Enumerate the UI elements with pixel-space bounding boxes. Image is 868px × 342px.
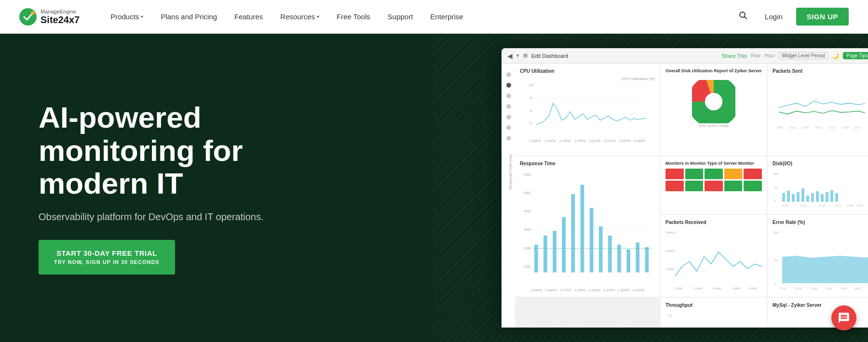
nav-plans[interactable]: Plans and Pricing (154, 9, 224, 25)
share-this-label[interactable]: Share This (721, 53, 747, 59)
nav-dot-7[interactable] (506, 136, 511, 141)
brand-manage-engine: ManageEngine (41, 9, 80, 14)
svg-text:1000: 1000 (524, 265, 531, 268)
svg-text:2000: 2000 (524, 247, 531, 250)
edit-dashboard-label[interactable]: Edit Dashboard (531, 53, 568, 59)
disk-pie-chart (692, 80, 735, 123)
monitor-cell (744, 169, 762, 179)
svg-rect-56 (806, 196, 809, 202)
edit-icon: ⊞ (523, 53, 528, 59)
nav-dot-4[interactable] (506, 104, 511, 109)
svg-rect-58 (816, 191, 819, 202)
svg-rect-40 (581, 185, 584, 273)
svg-text:10:25: 10:25 (811, 287, 817, 290)
chevron-down-icon: ▾ (317, 14, 319, 19)
svg-rect-47 (645, 247, 649, 273)
svg-rect-54 (797, 192, 800, 202)
nav-resources[interactable]: Resources ▾ (273, 9, 326, 25)
nav-dot-1[interactable] (506, 72, 511, 77)
svg-text:10: 10 (668, 314, 671, 317)
svg-rect-62 (835, 193, 838, 202)
cta-button[interactable]: START 30-DAY FREE TRIAL TRY NOW, SIGN UP… (39, 240, 175, 275)
svg-rect-59 (821, 194, 824, 202)
svg-text:17:25: 17:25 (780, 287, 786, 290)
monitor-cell (705, 181, 723, 191)
monitor-cell (724, 181, 743, 191)
svg-rect-53 (792, 194, 795, 202)
disk-io-title: Disk(I/O) (773, 161, 868, 166)
hour-label: Hour (764, 53, 775, 58)
moon-icon: 🌙 (832, 53, 839, 59)
svg-text:17:27: 17:27 (835, 204, 841, 207)
monitor-cells (665, 169, 762, 191)
svg-text:2:46PM: 2:46PM (732, 287, 740, 290)
svg-rect-51 (782, 193, 785, 202)
error-rate-widget: Error Rate (%) 100 50 0 17:25 18:35 10:2… (768, 215, 868, 297)
chat-icon (838, 312, 850, 324)
nav-support[interactable]: Support (381, 9, 420, 25)
cpu-widget: CPU Utilization CPU Utilization (%) 100 … (515, 64, 660, 155)
svg-text:4000: 4000 (524, 210, 531, 213)
cpu-chart: 100 80 60 40 (520, 82, 655, 137)
svg-rect-52 (787, 191, 790, 202)
svg-text:17:11: 17:11 (800, 204, 807, 207)
cpu-title: CPU Utilization (520, 68, 655, 74)
svg-text:17:12: 17:12 (815, 126, 822, 129)
nav-enterprise[interactable]: Enterprise (423, 9, 470, 25)
svg-rect-41 (590, 208, 594, 273)
monitor-cell (685, 181, 704, 191)
svg-text:6000: 6000 (524, 173, 531, 176)
response-widget: Response Time Response Time (ms) 6000 50… (515, 156, 660, 297)
svg-text:5000: 5000 (524, 191, 531, 195)
svg-text:100: 100 (773, 172, 779, 175)
login-button[interactable]: Login (759, 9, 788, 25)
logo[interactable]: ManageEngine Site24x7 (19, 8, 80, 26)
svg-text:11:35: 11:35 (826, 287, 832, 290)
search-button[interactable] (735, 7, 751, 26)
nav-dot-3[interactable] (506, 93, 511, 98)
svg-text:14:55: 14:55 (854, 287, 861, 290)
svg-rect-42 (599, 226, 603, 273)
svg-text:50: 50 (774, 259, 778, 262)
side-nav-dots (506, 72, 511, 141)
svg-line-3 (745, 17, 747, 19)
monitor-cell (665, 181, 684, 191)
navbar: ManageEngine Site24x7 Products ▾ Plans a… (0, 0, 868, 34)
widget-level-label[interactable]: Widget Level Period (779, 52, 828, 59)
svg-rect-61 (830, 190, 833, 202)
monitor-cell (665, 169, 684, 179)
svg-text:2:28PM: 2:28PM (713, 287, 721, 290)
svg-text:17:19: 17:19 (819, 204, 825, 207)
svg-text:17:17: 17:17 (829, 126, 836, 129)
response-title: Response Time (520, 161, 655, 166)
nav-freetools[interactable]: Free Tools (330, 9, 377, 25)
monitor-grid-title: Monitors in Monitor Type of Server Monit… (665, 161, 762, 166)
chevron-down-icon: ▾ (141, 14, 143, 19)
signup-button[interactable]: SIGN UP (796, 8, 849, 26)
disk-io-chart: 100 50 0 17:03 17 (773, 169, 868, 208)
svg-text:0: 0 (774, 199, 776, 202)
chat-button[interactable] (831, 305, 856, 330)
nav-dot-6[interactable] (506, 125, 511, 130)
disk-io-widget: Disk(I/O) 100 50 0 (768, 156, 868, 214)
back-icon[interactable]: ◀ (507, 52, 513, 60)
svg-text:17:35: 17:35 (847, 204, 854, 207)
error-rate-title: Error Rate (%) (773, 220, 868, 225)
packets-recv-title: Packets Received (665, 220, 762, 225)
svg-text:17:07: 17:07 (802, 126, 809, 129)
page-tips-button[interactable]: Page Tips (843, 52, 868, 59)
throughput-widget: Throughput 10 5 0 2:13PM 2:27PM 2:43PM 2… (661, 298, 767, 328)
svg-text:17:27: 17:27 (854, 126, 861, 129)
nav-dot-2[interactable] (506, 83, 511, 88)
monitor-cell (724, 169, 743, 179)
dash-toolbar: ◀ ▾ ⊞ Edit Dashboard Share This Raw Hour… (502, 48, 868, 64)
nav-products[interactable]: Products ▾ (104, 9, 150, 25)
packets-recv-chart: 150000 100000 50000 5:52PM 2:10PM 2:28PM… (665, 228, 762, 290)
svg-rect-57 (811, 193, 814, 202)
nav-right: Login SIGN UP (735, 7, 849, 26)
throughput-title: Throughput (665, 303, 762, 308)
nav-features[interactable]: Features (228, 9, 270, 25)
dashboard-screenshot: ◀ ▾ ⊞ Edit Dashboard Share This Raw Hour… (502, 48, 868, 328)
nav-dot-5[interactable] (506, 115, 511, 119)
svg-text:100: 100 (529, 83, 534, 87)
